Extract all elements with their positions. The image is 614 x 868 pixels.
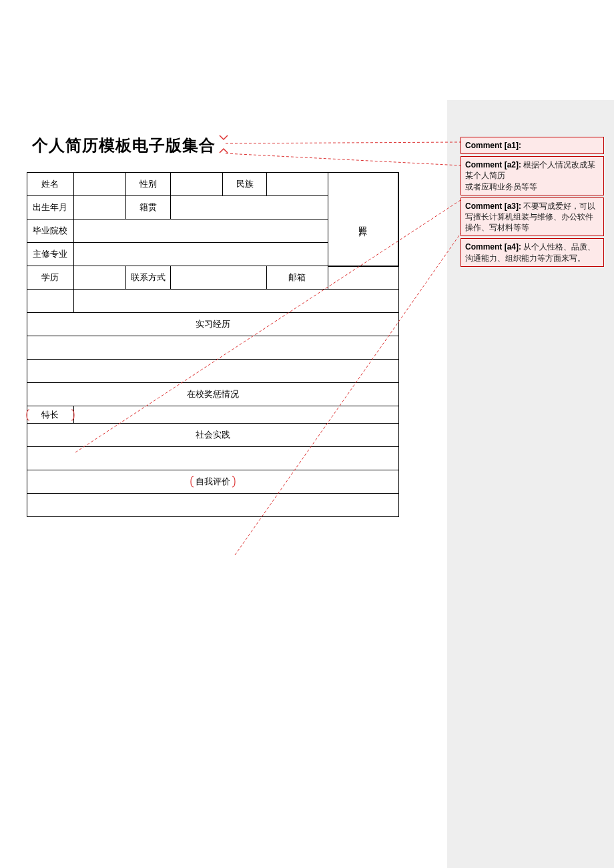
comment-a4: Comment [a4]: 从个人性格、品质、沟通能力、组织能力等方面来写。 bbox=[460, 238, 604, 266]
label-contact: 联系方式 bbox=[125, 266, 171, 290]
label-strength-text: 特长 bbox=[41, 410, 59, 420]
label-native-place: 籍贯 bbox=[125, 196, 171, 220]
field-school bbox=[73, 220, 328, 243]
label-ethnicity: 民族 bbox=[223, 173, 267, 196]
label-self-eval-text: 自我评价 bbox=[196, 476, 230, 486]
section-internship: 实习经历 bbox=[27, 313, 399, 336]
label-gender: 性别 bbox=[125, 173, 171, 196]
photo-cell: 照片 bbox=[328, 173, 398, 266]
field-ethnicity bbox=[267, 173, 328, 196]
field-email bbox=[328, 266, 398, 290]
field-birth bbox=[73, 196, 125, 220]
resume-table: 姓名 性别 民族 照片 出生年月 籍贯 毕业院校 主修专业 学历 联系方式 邮箱… bbox=[27, 172, 399, 517]
field-self-eval bbox=[27, 494, 399, 517]
field-education bbox=[73, 266, 125, 290]
field-gender bbox=[171, 173, 223, 196]
field-native-place bbox=[171, 196, 328, 220]
blank-label-1 bbox=[27, 290, 74, 313]
bracket-left-icon bbox=[190, 476, 194, 488]
comment-a3-label: Comment [a3]: bbox=[465, 201, 521, 211]
comment-a2-label: Comment [a2]: bbox=[465, 160, 521, 169]
field-name bbox=[73, 173, 125, 196]
field-internship-2 bbox=[27, 360, 399, 383]
bracket-right-icon bbox=[232, 476, 236, 488]
comment-a4-label: Comment [a4]: bbox=[465, 242, 521, 252]
section-self-eval: 自我评价 bbox=[27, 470, 399, 494]
label-strength: 特长 bbox=[27, 406, 74, 424]
field-internship-1 bbox=[27, 336, 399, 360]
section-social-practice: 社会实践 bbox=[27, 424, 399, 447]
label-name: 姓名 bbox=[27, 173, 74, 196]
field-social-practice bbox=[27, 447, 399, 470]
comment-a3: Comment [a3]: 不要写成爱好，可以写擅长计算机组装与维修、办公软件操… bbox=[460, 197, 604, 237]
bracket-right-icon bbox=[71, 409, 75, 421]
document-title: 个人简历模板电子版集合 bbox=[32, 135, 216, 156]
field-contact bbox=[171, 266, 267, 290]
comments-list: Comment [a1]: Comment [a2]: 根据个人情况改成某某个人… bbox=[460, 137, 604, 267]
section-school-awards: 在校奖惩情况 bbox=[27, 383, 399, 406]
comment-a1: Comment [a1]: bbox=[460, 137, 604, 154]
label-school: 毕业院校 bbox=[27, 220, 74, 243]
comment-a2: Comment [a2]: 根据个人情况改成某某个人简历 或者应聘业务员等等 bbox=[460, 156, 604, 195]
label-birth: 出生年月 bbox=[27, 196, 74, 220]
label-email: 邮箱 bbox=[267, 266, 328, 290]
label-photo: 照片 bbox=[357, 220, 369, 222]
label-major: 主修专业 bbox=[27, 243, 74, 266]
label-education: 学历 bbox=[27, 266, 74, 290]
bracket-left-icon bbox=[26, 409, 30, 421]
field-strength bbox=[73, 406, 398, 424]
comment-a1-label: Comment [a1]: bbox=[465, 141, 521, 150]
blank-field-1 bbox=[73, 290, 398, 313]
field-major bbox=[73, 243, 328, 266]
